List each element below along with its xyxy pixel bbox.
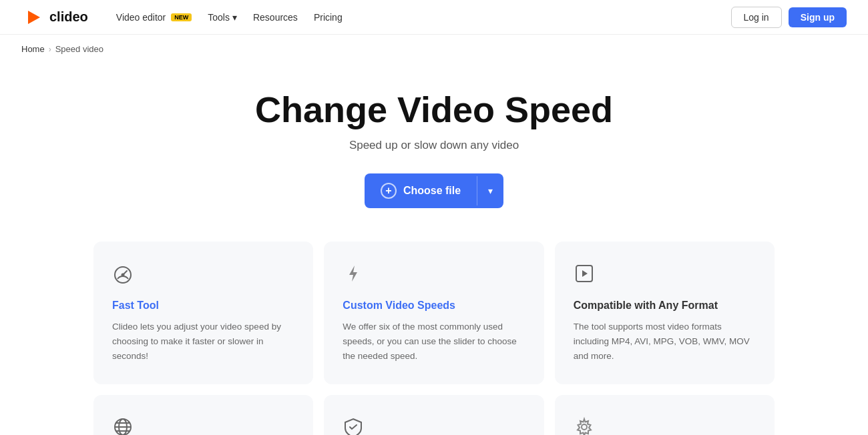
feature-title-fast-tool: Fast Tool (112, 300, 294, 312)
svg-point-11 (582, 424, 587, 430)
choose-file-button[interactable]: + Choose file (365, 173, 477, 208)
nav-video-editor[interactable]: Video editor NEW (110, 8, 198, 27)
breadcrumb-separator: › (49, 45, 51, 54)
feature-title-custom-speeds: Custom Video Speeds (343, 300, 525, 312)
svg-marker-5 (582, 270, 588, 277)
svg-marker-0 (28, 11, 40, 24)
choose-file-dropdown-button[interactable]: ▾ (477, 176, 503, 205)
choose-file-button-group: + Choose file ▾ (365, 173, 503, 208)
hero-title: Change Video Speed (255, 90, 613, 129)
dropdown-chevron-icon: ▾ (488, 185, 493, 196)
choose-file-label: Choose file (403, 185, 461, 197)
feature-desc-fast-tool: Clideo lets you adjust your video speed … (112, 320, 294, 363)
breadcrumb-current: Speed video (55, 44, 103, 54)
hero-section: Change Video Speed Speed up or slow down… (0, 63, 868, 242)
feature-card-any-format: Compatible with Any Format The tool supp… (555, 242, 775, 384)
feature-title-any-format: Compatible with Any Format (574, 300, 756, 312)
play-square-icon (574, 263, 756, 289)
nav-tools[interactable]: Tools ▾ (201, 8, 244, 27)
nav-pricing[interactable]: Pricing (307, 8, 349, 27)
navigation: clideo Video editor NEW Tools ▾ Resource… (0, 0, 868, 35)
feature-card-fully-online: Fully Online (93, 395, 313, 435)
new-badge: NEW (171, 13, 192, 21)
feature-desc-any-format: The tool supports most video formats inc… (574, 320, 756, 363)
nav-resources[interactable]: Resources (246, 8, 304, 27)
nav-actions: Log in Sign up (731, 7, 847, 28)
lightning-icon (343, 263, 525, 289)
feature-card-additional-editing: Additional Editing Options (555, 395, 775, 435)
gear-icon (574, 416, 756, 435)
breadcrumb-home[interactable]: Home (21, 44, 45, 54)
logo-text: clideo (49, 9, 88, 25)
feature-desc-custom-speeds: We offer six of the most commonly used s… (343, 320, 525, 363)
svg-point-3 (122, 274, 124, 276)
feature-card-fast-tool: Fast Tool Clideo lets you adjust your vi… (93, 242, 313, 384)
speedometer-icon (112, 263, 294, 289)
nav-links: Video editor NEW Tools ▾ Resources Prici… (110, 8, 731, 27)
features-grid: Fast Tool Clideo lets you adjust your vi… (67, 242, 801, 384)
logo-icon (21, 5, 45, 29)
feature-card-security: Security Encryption (324, 395, 544, 435)
globe-icon (112, 416, 294, 435)
bottom-features-grid: Fully Online Security Encryption Additio… (67, 384, 801, 435)
tools-chevron-icon: ▾ (232, 12, 237, 23)
hero-subtitle: Speed up or slow down any video (349, 139, 519, 152)
signup-button[interactable]: Sign up (789, 7, 847, 27)
breadcrumb: Home › Speed video (0, 35, 868, 63)
login-button[interactable]: Log in (731, 7, 782, 28)
logo[interactable]: clideo (21, 5, 88, 29)
shield-check-icon (343, 416, 525, 435)
feature-card-custom-speeds: Custom Video Speeds We offer six of the … (324, 242, 544, 384)
plus-circle-icon: + (381, 183, 397, 199)
